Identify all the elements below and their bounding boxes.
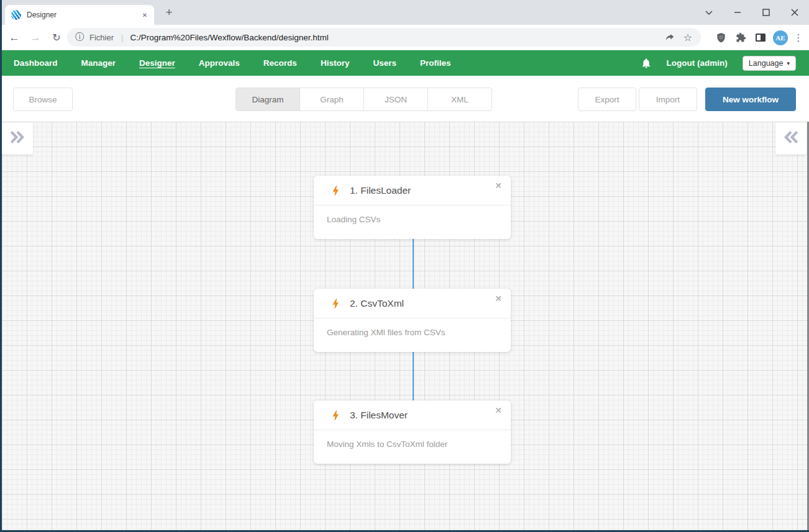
back-icon[interactable]: ←: [4, 25, 25, 50]
browser-address-bar: ← → ↻ ⓘ Fichier | C:/Program%20Files/Wex…: [0, 25, 809, 50]
tab-diagram[interactable]: Diagram: [235, 88, 300, 111]
share-icon[interactable]: [660, 32, 679, 43]
node-description: Moving Xmls to CsvToXml folder: [314, 430, 511, 449]
window-close-button[interactable]: [780, 0, 809, 25]
node-title: 1. FilesLoader: [350, 185, 411, 196]
task-bolt-icon: [329, 297, 342, 310]
node-title: 3. FilesMover: [350, 410, 408, 421]
url-divider: |: [121, 33, 123, 42]
tab-json[interactable]: JSON: [363, 88, 428, 111]
notifications-bell-icon[interactable]: [641, 58, 652, 69]
node-close-icon[interactable]: ✕: [493, 180, 504, 191]
language-label: Language: [749, 59, 784, 68]
adblock-shield-icon[interactable]: [711, 28, 731, 48]
nav-item-history[interactable]: History: [321, 58, 350, 68]
node-description: Generating XMl files from CSVs: [314, 318, 511, 337]
url-text[interactable]: C:/Program%20Files/Wexflow/Backend/desig…: [130, 33, 660, 42]
nav-item-records[interactable]: Records: [263, 58, 297, 68]
side-panel-icon[interactable]: [751, 28, 770, 48]
forward-icon: →: [25, 25, 46, 50]
omnibox[interactable]: ⓘ Fichier | C:/Program%20Files/Wexflow/B…: [67, 28, 701, 47]
logout-button[interactable]: Logout (admin): [667, 58, 728, 68]
designer-toolbar: Browse Diagram Graph JSON XML Export Imp…: [0, 76, 809, 122]
node-description: Loading CSVs: [314, 205, 511, 224]
tab-close-icon[interactable]: ✕: [139, 9, 150, 20]
browse-button[interactable]: Browse: [13, 88, 73, 111]
extensions-puzzle-icon[interactable]: [731, 28, 751, 48]
window-minimize-button[interactable]: [723, 0, 752, 25]
nav-item-manager[interactable]: Manager: [81, 58, 116, 68]
page-info-icon[interactable]: ⓘ: [75, 32, 84, 43]
window-controls: [695, 0, 809, 25]
view-tabs: Diagram Graph JSON XML: [235, 88, 492, 111]
new-tab-button[interactable]: +: [160, 4, 178, 21]
nav-item-designer[interactable]: Designer: [139, 58, 175, 68]
node-close-icon[interactable]: ✕: [493, 405, 504, 416]
workflow-canvas[interactable]: 1. FilesLoader ✕ Loading CSVs 2. CsvToXm…: [2, 122, 807, 530]
workflow-node-csvtoxml[interactable]: 2. CsvToXml ✕ Generating XMl files from …: [314, 289, 511, 352]
node-close-icon[interactable]: ✕: [493, 293, 504, 304]
node-header: 1. FilesLoader: [314, 176, 511, 205]
browser-tab[interactable]: Designer ✕: [5, 5, 154, 25]
wexflow-favicon-icon: [11, 10, 21, 20]
node-header: 3. FilesMover: [314, 400, 511, 430]
tab-xml[interactable]: XML: [427, 88, 492, 111]
language-dropdown[interactable]: Language ▾: [743, 56, 796, 71]
double-chevron-right-icon: [9, 129, 26, 148]
tab-graph[interactable]: Graph: [299, 88, 364, 111]
nav-item-profiles[interactable]: Profiles: [420, 58, 451, 68]
workflow-node-filesloader[interactable]: 1. FilesLoader ✕ Loading CSVs: [314, 176, 511, 239]
new-workflow-button[interactable]: New workflow: [705, 88, 796, 111]
window-maximize-button[interactable]: [752, 0, 780, 25]
window-chevron-down-icon[interactable]: [695, 0, 723, 25]
bookmark-star-icon[interactable]: ☆: [679, 32, 697, 43]
import-button[interactable]: Import: [639, 88, 697, 111]
node-connector: [413, 349, 414, 400]
caret-down-icon: ▾: [787, 60, 790, 66]
app-navbar: Dashboard Manager Designer Approvals Rec…: [0, 50, 809, 76]
window-left-edge: [0, 0, 2, 532]
export-button[interactable]: Export: [578, 88, 636, 111]
task-bolt-icon: [329, 409, 342, 422]
profile-avatar[interactable]: AE: [773, 30, 788, 45]
node-connector: [413, 239, 414, 289]
expand-left-panel-button[interactable]: [2, 122, 33, 155]
reload-icon[interactable]: ↻: [46, 25, 67, 50]
url-scheme-label: Fichier: [89, 33, 114, 42]
nav-item-dashboard[interactable]: Dashboard: [14, 58, 58, 68]
workflow-node-filesmover[interactable]: 3. FilesMover ✕ Moving Xmls to CsvToXml …: [314, 400, 511, 464]
browser-titlebar: Designer ✕ +: [0, 0, 809, 25]
expand-right-panel-button[interactable]: [775, 122, 807, 155]
nav-item-users[interactable]: Users: [373, 58, 396, 68]
double-chevron-left-icon: [782, 129, 800, 148]
browser-right-icons: AE ⋮: [711, 25, 807, 50]
task-bolt-icon: [329, 184, 342, 197]
node-header: 2. CsvToXml: [314, 289, 511, 318]
node-title: 2. CsvToXml: [350, 298, 404, 309]
browser-menu-icon[interactable]: ⋮: [790, 32, 807, 43]
nav-item-approvals[interactable]: Approvals: [199, 58, 240, 68]
tab-title: Designer: [27, 11, 139, 19]
